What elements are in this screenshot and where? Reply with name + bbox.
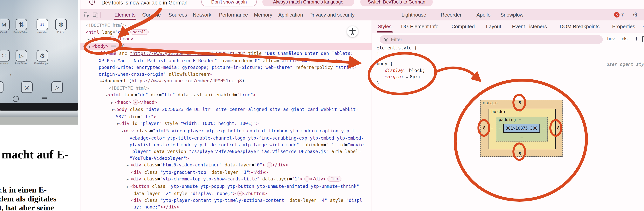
- expand-shorthand-icon[interactable]: ▶: [406, 76, 410, 79]
- dom-line[interactable]: ▶ <head>⋯</head>: [80, 36, 372, 43]
- filter-action-[interactable]: +: [634, 33, 638, 45]
- tab-recorder[interactable]: Recorder: [441, 9, 462, 20]
- border-right-value[interactable]: −: [550, 126, 553, 130]
- dom-line[interactable]: ▶ <button class="ytp-unmute ytp-popup yt…: [80, 183, 372, 190]
- sidebar-tab-dom-breakpoints[interactable]: DOM Breakpoints: [560, 21, 600, 33]
- article-line: dem als digitales: [0, 194, 56, 203]
- settings-gear-icon[interactable]: ⚙: [632, 9, 638, 20]
- more-options-kebab-icon[interactable]: ⋮: [641, 9, 644, 20]
- dom-token: data-layer: [287, 198, 316, 203]
- dom-token: =: [186, 149, 189, 154]
- sidebar-panel-icon[interactable]: [642, 36, 644, 42]
- tab-privacy-and-security[interactable]: Privacy and security: [309, 9, 355, 20]
- dom-line[interactable]: ▼#document (https://www.youtube.com/embe…: [80, 78, 372, 85]
- dom-line[interactable]: data-layer="2" style="display: none;">⋯<…: [80, 190, 372, 197]
- dom-line[interactable]: playlist unstarted-mode ytp-hide-control…: [80, 141, 372, 148]
- dom-line[interactable]: _player" data-version="/s/player/9fe2e06…: [80, 148, 372, 155]
- adorner-badge[interactable]: flex: [328, 176, 342, 182]
- sidebar-tab-dg-element-info[interactable]: DG Element Info: [401, 21, 438, 33]
- dom-line[interactable]: ▼<div id="player" style="width: 100%; he…: [80, 120, 372, 127]
- tab-snowplow[interactable]: Snowplow: [500, 9, 524, 20]
- dom-line[interactable]: 537" dir="ltr">: [80, 113, 372, 120]
- padding-top-value[interactable]: −: [519, 117, 521, 122]
- expand-inline-icon[interactable]: ⋯: [266, 162, 272, 168]
- filter-action-cls[interactable]: .cls: [620, 33, 628, 45]
- css-property-margin[interactable]: margin: ▶ 8px;: [385, 74, 420, 80]
- sidebar-tab-computed[interactable]: Computed: [452, 21, 475, 33]
- app-icon-kalender: 29: [36, 19, 48, 30]
- expand-inline-icon[interactable]: ⋯: [237, 191, 243, 196]
- margin-left-value[interactable]: 8: [483, 126, 486, 130]
- rule-separator: [372, 59, 644, 59]
- padding-bottom-value[interactable]: −: [520, 135, 523, 140]
- tab-network[interactable]: Network: [193, 9, 211, 20]
- dom-line[interactable]: <!DOCTYPE html>: [80, 22, 372, 29]
- tab-memory[interactable]: Memory: [254, 9, 272, 20]
- youtube-video-frame[interactable]: MGmail⇅Switch Tablet29Kalender✽Fotos∷Ass…: [0, 0, 78, 103]
- dom-line[interactable]: pboard-write; encrypted-media; gyroscope…: [80, 64, 372, 71]
- dom-line[interactable]: <html lang="de">scroll: [80, 29, 372, 36]
- dom-node-body-selected[interactable]: ⋯ ▼ <body> == $0: [80, 43, 372, 50]
- border-bottom-value[interactable]: −: [520, 143, 523, 148]
- device-toolbar-icon[interactable]: [92, 12, 99, 18]
- dom-token: data-layer: [222, 162, 252, 167]
- element-style-rule[interactable]: element.style {: [376, 45, 417, 51]
- dom-token: "display: none;": [190, 191, 233, 196]
- dom-token: <body: [114, 107, 127, 112]
- styles-filter-input[interactable]: Filter: [380, 35, 603, 44]
- dom-line[interactable]: ▼<iframe src="https://www.youtube.com/em…: [80, 50, 372, 57]
- border-label: border: [491, 109, 506, 114]
- always-match-language-button[interactable]: Always match Chrome's language: [262, 0, 354, 7]
- dom-line[interactable]: origin-when-cross-origin" allowfullscree…: [80, 71, 372, 78]
- margin-top-value[interactable]: 8: [519, 101, 521, 105]
- switch-devtools-german-button[interactable]: Switch DevTools to German: [360, 0, 433, 7]
- dom-line[interactable]: <div class="ytp-player-content ytp-timel…: [80, 197, 372, 204]
- padding-right-value[interactable]: −: [542, 126, 545, 130]
- dom-line[interactable]: ▼<body class="date-20250623 de_DE ltr si…: [80, 106, 372, 113]
- margin-right-value[interactable]: 8: [557, 126, 560, 130]
- tab-performance[interactable]: Performance: [219, 9, 248, 20]
- dom-line[interactable]: ▶ <head>⋯</head>: [80, 99, 372, 106]
- dom-line[interactable]: vebadge-color ytp-title-enable-channel-l…: [80, 135, 372, 141]
- dom-token: playlist unstarted-mode ytp-hide-control…: [130, 142, 299, 147]
- tab-sources[interactable]: Sources: [168, 9, 187, 20]
- dom-line[interactable]: ▶ <div class="ytp-chrome-top ytp-show-ca…: [80, 175, 372, 183]
- border-top-value[interactable]: −: [519, 109, 521, 114]
- body-rule-selector[interactable]: body {: [376, 61, 393, 67]
- sidebar-tab-event-listeners[interactable]: Event Listeners: [512, 21, 547, 33]
- error-badge-icon[interactable]: ✕: [614, 12, 620, 18]
- dont-show-again-button[interactable]: Don't show again: [201, 0, 257, 7]
- sidebar-tab-»[interactable]: »: [642, 21, 644, 33]
- tab-elements[interactable]: Elements: [114, 9, 136, 20]
- dom-line[interactable]: <div class="ytp-gradient-top" data-layer…: [80, 169, 372, 176]
- adorner-badge[interactable]: scroll: [130, 29, 149, 35]
- sidebar-tab-styles[interactable]: Styles: [378, 21, 392, 33]
- inspect-element-icon[interactable]: [84, 12, 90, 18]
- sidebar-tab-layout[interactable]: Layout: [486, 21, 501, 33]
- expand-inline-icon[interactable]: ⋯: [133, 99, 138, 105]
- dom-line[interactable]: ay: none;"></div>: [80, 203, 372, 210]
- tab-console[interactable]: Console: [142, 9, 161, 20]
- dom-line[interactable]: <!DOCTYPE html>: [80, 85, 372, 92]
- dom-line[interactable]: ▼<div class="ytp-cued-thumbnail-overlay"…: [80, 210, 372, 211]
- filter-action-hov[interactable]: :hov: [606, 33, 615, 45]
- dom-token: ▶: [111, 101, 115, 105]
- border-left-value[interactable]: −: [491, 126, 494, 130]
- tab-lighthouse[interactable]: Lighthouse: [402, 9, 426, 20]
- sidebar-tab-properties[interactable]: Properties: [612, 21, 635, 33]
- tab-application[interactable]: Application: [278, 9, 303, 20]
- dom-line[interactable]: ▼<div class="html5-video-player ytp-exp-…: [80, 127, 372, 135]
- dom-token: </div>: [310, 176, 326, 181]
- box-model-content[interactable]: 881×10875.300: [503, 124, 540, 133]
- expand-inline-icon[interactable]: ⋯: [109, 36, 114, 42]
- dom-line[interactable]: ▼<html lang="de" dir="ltr" data-cast-api…: [80, 92, 372, 99]
- expand-inline-icon[interactable]: ⋯: [304, 176, 310, 182]
- css-property-display[interactable]: display: block;: [385, 68, 425, 73]
- dom-line[interactable]: XP-Pen Magic Note Pad ist auch ein E-Rea…: [80, 57, 372, 64]
- tab-apollo[interactable]: Apollo: [476, 9, 490, 20]
- padding-left-value[interactable]: −: [498, 126, 501, 130]
- dom-line[interactable]: "YouTube-Videoplayer">: [80, 155, 372, 162]
- margin-bottom-value[interactable]: 8: [519, 152, 521, 156]
- dom-line[interactable]: ▶ <div class="html5-video-container" dat…: [80, 161, 372, 169]
- accessibility-widget-button[interactable]: [347, 26, 358, 37]
